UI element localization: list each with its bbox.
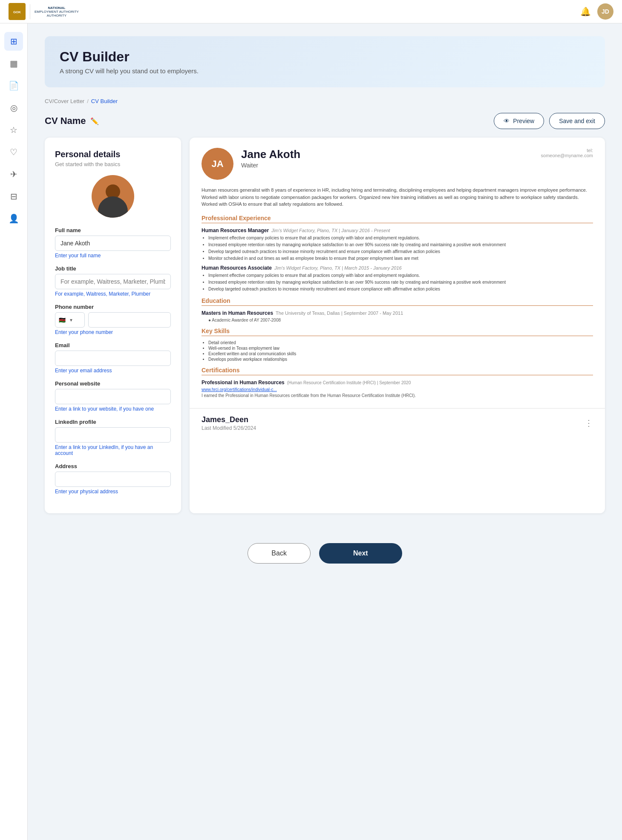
cv-more-options-button[interactable]: ⋮ xyxy=(585,418,593,428)
cv-summary: Human resources generalist with 8 years … xyxy=(202,187,593,208)
address-label: Address xyxy=(55,463,171,469)
cv-name-actions: 👁 Preview Save and exit xyxy=(494,113,605,129)
sidebar-item-grid[interactable]: ▦ xyxy=(4,54,23,73)
cv-bullet: Develop targeted outreach practices to i… xyxy=(208,249,593,255)
cv-edu-row: Masters in Human Resources The Universit… xyxy=(202,310,593,316)
preview-button[interactable]: 👁 Preview xyxy=(494,113,544,129)
cv-job-2-bullets: Implement effective company policies to … xyxy=(202,273,593,292)
sidebar-item-documents[interactable]: 📄 xyxy=(4,76,23,95)
job-title-input[interactable] xyxy=(55,274,171,289)
cv-skill: Detail oriented xyxy=(208,340,593,345)
top-navigation: GOK NATIONAL EMPLOYMENT AUTHORITY AUTHOR… xyxy=(0,0,622,23)
job-title-label: Job title xyxy=(55,265,171,272)
phone-number-input[interactable] xyxy=(88,312,171,328)
linkedin-label: LinkedIn profile xyxy=(55,419,171,425)
cv-section-certs-title: Certifications xyxy=(202,367,593,375)
breadcrumb-separator: / xyxy=(87,98,89,104)
cv-cert-row: Professional in Human Resources (Human R… xyxy=(202,380,593,385)
page-subtitle: A strong CV will help you stand out to e… xyxy=(60,67,590,75)
back-button[interactable]: Back xyxy=(248,543,311,564)
cv-cert-link[interactable]: www.hrci.org/certifications/individual-c… xyxy=(202,387,593,392)
cv-content: JA Jane Akoth Waiter tel: someone@myname… xyxy=(190,138,605,408)
page-header: CV Builder A strong CV will help you sta… xyxy=(45,36,605,87)
cv-bullet: Implement effective company policies to … xyxy=(208,273,593,279)
breadcrumb-parent[interactable]: CV/Cover Letter xyxy=(45,98,84,104)
linkedin-group: LinkedIn profile Enter a link to your Li… xyxy=(55,419,171,456)
sidebar-item-liked[interactable]: ♡ xyxy=(4,143,23,161)
edit-cv-name-icon[interactable]: ✏️ xyxy=(90,117,99,125)
full-name-hint: Enter your full name xyxy=(55,253,171,259)
sidebar-item-dashboard[interactable]: ⊞ xyxy=(4,32,23,51)
cv-edu-award: ● Academic Awardee of AY 2007-2008 xyxy=(208,318,593,322)
cv-job-2: Human Resources Associate Jim's Widget F… xyxy=(202,265,593,292)
sidebar-item-travel[interactable]: ✈ xyxy=(4,165,23,184)
cv-bullet: Increased employee retention rates by ma… xyxy=(208,279,593,285)
notifications-icon[interactable]: 🔔 xyxy=(580,6,591,17)
cv-panel: JA Jane Akoth Waiter tel: someone@myname… xyxy=(190,138,605,513)
cv-title-display: Waiter xyxy=(241,162,533,169)
website-hint: Enter a link to your website, if you hav… xyxy=(55,406,171,412)
cv-job-2-title: Human Resources Associate xyxy=(202,265,272,271)
sidebar-item-favorites[interactable]: ☆ xyxy=(4,121,23,139)
phone-country-wrapper: 🇰🇪 🇺🇸 🇬🇧 ▼ xyxy=(55,312,85,328)
cv-job-1-bullets: Implement effective company policies to … xyxy=(202,235,593,262)
cv-avatar: JA xyxy=(202,148,233,180)
cv-education-1: Masters in Human Resources The Universit… xyxy=(202,310,593,322)
cv-job-2-row: Human Resources Associate Jim's Widget F… xyxy=(202,265,593,271)
next-button[interactable]: Next xyxy=(319,543,402,564)
table-icon: ⊟ xyxy=(10,191,17,201)
cv-edu-school: The University of Texas, Dallas | Septem… xyxy=(276,311,403,316)
sidebar: ⊞ ▦ 📄 ◎ ☆ ♡ ✈ ⊟ 👤 xyxy=(0,23,28,840)
phone-country-select[interactable]: 🇰🇪 🇺🇸 🇬🇧 xyxy=(55,313,69,327)
email-group: Email Enter your email address xyxy=(55,342,171,374)
dashboard-icon: ⊞ xyxy=(10,36,17,46)
full-name-input[interactable] xyxy=(55,236,171,251)
cv-contact-info: tel: someone@myname.com xyxy=(541,148,593,158)
cv-contact-tel: tel: xyxy=(541,148,593,153)
sidebar-item-globe[interactable]: ◎ xyxy=(4,98,23,117)
cv-edu-degree: Masters in Human Resources xyxy=(202,310,273,316)
phone-group: Phone number 🇰🇪 🇺🇸 🇬🇧 ▼ Enter your phone… xyxy=(55,304,171,335)
breadcrumb: CV/Cover Letter / CV Builder xyxy=(45,98,605,104)
form-panel: Personal details Get started with the ba… xyxy=(45,138,181,513)
cv-job-1: Human Resources Manager Jim's Widget Fac… xyxy=(202,227,593,262)
two-column-layout: Personal details Get started with the ba… xyxy=(45,138,605,513)
eye-icon: 👁 xyxy=(504,118,510,124)
website-group: Personal website Enter a link to your we… xyxy=(55,380,171,412)
website-input[interactable] xyxy=(55,389,171,404)
cv-job-1-company: Jim's Widget Factory, Plano, TX | Januar… xyxy=(271,228,390,233)
cv-skill: Well-versed in Texas employment law xyxy=(208,346,593,351)
cv-file-name: James_Deen xyxy=(202,415,256,424)
cv-skills-list: Detail oriented Well-versed in Texas emp… xyxy=(202,340,593,362)
cv-section-skills-title: Key Skills xyxy=(202,328,593,336)
profile-photo[interactable] xyxy=(92,175,134,218)
email-input[interactable] xyxy=(55,351,171,366)
address-input[interactable] xyxy=(55,472,171,487)
page-title: CV Builder xyxy=(60,49,590,65)
sidebar-item-table[interactable]: ⊟ xyxy=(4,187,23,206)
logo-area: GOK NATIONAL EMPLOYMENT AUTHORITY AUTHOR… xyxy=(9,3,79,20)
save-exit-button[interactable]: Save and exit xyxy=(549,113,605,129)
cv-bullet: Increased employee retention rates by ma… xyxy=(208,242,593,248)
address-group: Address Enter your physical address xyxy=(55,463,171,495)
cv-bullet: Develop targeted outreach practices to i… xyxy=(208,286,593,292)
job-title-hint: For example, Waitress, Marketer, Plumber xyxy=(55,291,171,297)
job-title-group: Job title For example, Waitress, Markete… xyxy=(55,265,171,297)
website-label: Personal website xyxy=(55,380,171,387)
cv-footer: James_Deen Last Modified 5/26/2024 ⋮ xyxy=(190,408,605,438)
top-nav-right: 🔔 JD xyxy=(580,3,613,20)
cv-header-info: Jane Akoth Waiter xyxy=(241,148,533,169)
avatar[interactable]: JD xyxy=(597,3,613,20)
phone-label: Phone number xyxy=(55,304,171,310)
cv-skill: Develops positive workplace relationship… xyxy=(208,357,593,362)
linkedin-input[interactable] xyxy=(55,427,171,443)
breadcrumb-current: CV Builder xyxy=(91,98,118,104)
star-icon: ☆ xyxy=(10,125,17,135)
photo-container xyxy=(55,175,171,218)
email-label: Email xyxy=(55,342,171,348)
cv-name-left: CV Name ✏️ xyxy=(45,115,99,127)
bottom-navigation: Back Next xyxy=(45,526,605,581)
cv-cert-org: (Human Resource Certification Institute … xyxy=(287,380,411,385)
cv-cert-desc: I earned the Professional in Human Resou… xyxy=(202,393,593,398)
sidebar-item-profile[interactable]: 👤 xyxy=(4,209,23,228)
